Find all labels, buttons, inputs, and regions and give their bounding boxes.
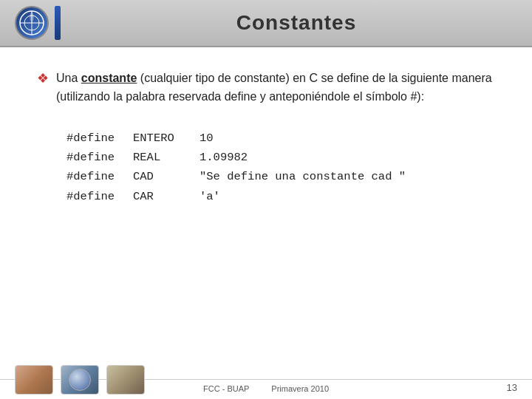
- footer: FCC - BUAP Primavera 2010 13: [0, 379, 532, 399]
- logo-bar: [55, 6, 61, 40]
- footer-images: [15, 365, 145, 395]
- code-row-4: #define CAR 'a': [66, 187, 495, 206]
- logo-area: [15, 6, 61, 40]
- globe-icon: [69, 369, 91, 391]
- keyword-constante: constante: [81, 72, 137, 84]
- code-keyword-1: #define: [66, 129, 133, 148]
- code-value-2: 1.09982: [200, 148, 495, 167]
- logo-circle: [15, 6, 49, 40]
- code-value-3: "Se define una constante cad ": [200, 167, 495, 186]
- code-keyword-4: #define: [66, 187, 133, 206]
- footer-semester: Primavera 2010: [271, 384, 329, 393]
- code-row-3: #define CAD "Se define una constante cad…: [66, 167, 495, 186]
- footer-institution: FCC - BUAP: [203, 384, 249, 393]
- header: Constantes: [0, 0, 532, 47]
- footer-page-number: 13: [507, 382, 517, 393]
- code-value-4: 'a': [200, 187, 495, 206]
- header-title: Constantes: [75, 11, 517, 35]
- code-block: #define ENTERO 10 #define REAL 1.09982 #…: [66, 129, 495, 206]
- code-name-2: REAL: [133, 148, 200, 167]
- code-row-2: #define REAL 1.09982: [66, 148, 495, 167]
- code-name-4: CAR: [133, 187, 200, 206]
- main-paragraph: Una constante (cualquier tipo de constan…: [56, 69, 495, 106]
- code-keyword-3: #define: [66, 167, 133, 186]
- main-content: ❖ Una constante (cualquier tipo de const…: [0, 47, 532, 379]
- footer-center: FCC - BUAP Primavera 2010: [203, 384, 329, 393]
- bullet-item: ❖ Una constante (cualquier tipo de const…: [37, 69, 495, 129]
- code-value-1: 10: [200, 129, 495, 148]
- code-name-1: ENTERO: [133, 129, 200, 148]
- thumbnail-3: [106, 365, 145, 395]
- slide: Constantes ❖ Una constante (cualquier ti…: [0, 0, 532, 399]
- thumbnail-1: [15, 365, 53, 395]
- code-name-3: CAD: [133, 167, 200, 186]
- code-row-1: #define ENTERO 10: [66, 129, 495, 148]
- bullet-diamond: ❖: [37, 70, 49, 86]
- code-keyword-2: #define: [66, 148, 133, 167]
- thumbnail-2: [61, 365, 99, 395]
